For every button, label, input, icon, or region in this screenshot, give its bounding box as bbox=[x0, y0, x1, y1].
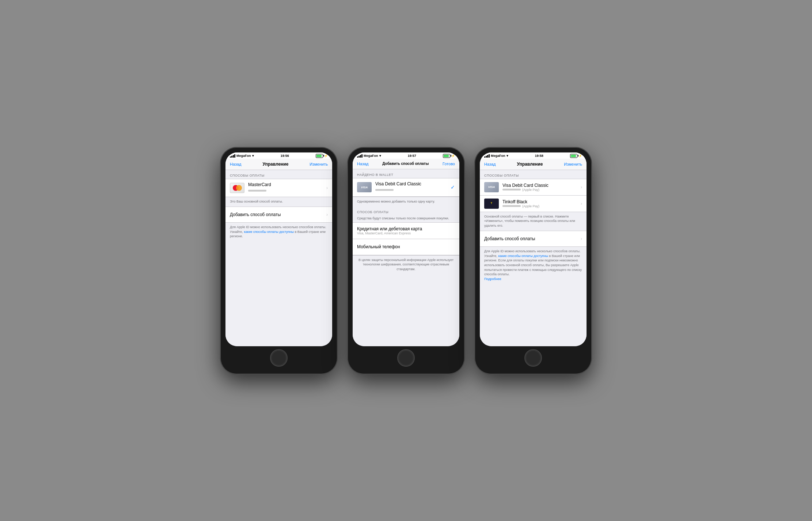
time-display-3: 19:58 bbox=[535, 154, 543, 158]
visa-apple-pay-sub: (Apple Pay) bbox=[522, 188, 539, 192]
home-button-2[interactable] bbox=[397, 349, 415, 367]
carrier-name: MegaFon bbox=[236, 154, 251, 158]
mc-orange-circle bbox=[236, 185, 242, 191]
content-3: СПОСОБЫ ОПЛАТЫ VISA Visa Debit Card Clas… bbox=[480, 170, 587, 346]
edit-button-3[interactable]: Изменить bbox=[564, 162, 582, 166]
battery-icon-3 bbox=[570, 154, 577, 158]
done-button-2[interactable]: Готово bbox=[443, 162, 455, 166]
checkmark-icon: ✓ bbox=[451, 184, 455, 190]
more-link-3[interactable]: Подробнее bbox=[484, 277, 501, 281]
mobile-phone-item[interactable]: Мобильный телефон bbox=[353, 239, 459, 255]
status-bar-1: MegaFon ▾ 19:56 ⚡ bbox=[225, 152, 332, 159]
payment-list-3: VISA Visa Debit Card Classic (Apple Pay)… bbox=[480, 179, 587, 212]
battery-icon bbox=[316, 154, 323, 158]
found-list: VISA Visa Debit Card Classic ✓ bbox=[353, 178, 459, 197]
status-left-3: MegaFon ▾ bbox=[484, 154, 508, 158]
one-at-time-hint: Одновременно можно добавить только одну … bbox=[353, 197, 459, 207]
battery-icon-2 bbox=[443, 154, 450, 158]
nav-bar-3: Назад Управление Изменить bbox=[480, 159, 587, 170]
phone-1: MegaFon ▾ 19:56 ⚡ Назад Управление Измен… bbox=[220, 147, 337, 374]
content-1: СПОСОБЫ ОПЛАТЫ MasterCard bbox=[225, 170, 332, 346]
chevron-icon-3a: › bbox=[581, 185, 582, 190]
wifi-icon-3: ▾ bbox=[506, 154, 508, 158]
security-note: В целях защиты персональной информации A… bbox=[353, 256, 459, 275]
payment-methods-list: Кредитная или дебетовая карта Visa, Mast… bbox=[353, 222, 459, 256]
mastercard-thumbnail bbox=[230, 183, 244, 193]
add-payment-button-3[interactable]: Добавить способ оплаты › bbox=[480, 231, 587, 247]
visa-text-3: Visa Debit Card Classic (Apple Pay) bbox=[502, 183, 578, 192]
phone-2-screen: MegaFon ▾ 19:57 ⚡ Назад Добавить способ … bbox=[353, 152, 459, 346]
visa-text: Visa Debit Card Classic bbox=[375, 181, 448, 193]
charge-icon-2: ⚡ bbox=[451, 154, 455, 158]
time-display-2: 19:57 bbox=[408, 154, 416, 158]
status-left-2: MegaFon ▾ bbox=[357, 154, 381, 158]
mastercard-item[interactable]: MasterCard › bbox=[225, 179, 332, 197]
chevron-icon-add-1: › bbox=[326, 212, 328, 217]
status-left-1: MegaFon ▾ bbox=[230, 154, 254, 158]
nav-title-3: Управление bbox=[517, 162, 543, 167]
status-bar-2: MegaFon ▾ 19:57 ⚡ bbox=[353, 152, 459, 159]
nav-title-1: Управление bbox=[262, 162, 288, 167]
back-button-1[interactable]: Назад bbox=[230, 162, 242, 166]
back-button-3[interactable]: Назад bbox=[484, 162, 496, 166]
signal-icon-2 bbox=[357, 154, 363, 158]
credit-card-item[interactable]: Кредитная или дебетовая карта Visa, Mast… bbox=[353, 223, 459, 239]
signal-icon bbox=[230, 154, 235, 158]
back-button-2[interactable]: Назад bbox=[357, 162, 369, 166]
phone-3-screen: MegaFon ▾ 19:58 ⚡ Назад Управление Измен… bbox=[480, 152, 587, 346]
payment-methods-header-3: СПОСОБЫ ОПЛАТЫ bbox=[480, 170, 587, 179]
available-methods-link-3[interactable]: какие способы оплаты доступны bbox=[498, 254, 548, 258]
chevron-icon-3b: › bbox=[581, 201, 582, 206]
chevron-icon-1: › bbox=[326, 185, 328, 190]
payment-method-header-2: СПОСОБ ОПЛАТЫ bbox=[353, 207, 459, 215]
masked-card-number-1 bbox=[248, 190, 266, 192]
phone-1-screen: MegaFon ▾ 19:56 ⚡ Назад Управление Измен… bbox=[225, 152, 332, 346]
nav-title-2: Добавить способ оплаты bbox=[382, 162, 429, 166]
wifi-icon: ▾ bbox=[252, 154, 254, 158]
visa-found-item[interactable]: VISA Visa Debit Card Classic ✓ bbox=[353, 178, 459, 197]
tinkoff-payment-item[interactable]: T Tinkoff Black (Apple Pay) › bbox=[480, 196, 587, 212]
visa-label: Visa Debit Card Classic bbox=[375, 181, 448, 186]
home-button-3[interactable] bbox=[524, 349, 542, 367]
add-payment-label-1: Добавить способ оплаты bbox=[230, 212, 281, 217]
add-payment-button-1[interactable]: Добавить способ оплаты › bbox=[225, 207, 332, 223]
status-bar-3: MegaFon ▾ 19:58 ⚡ bbox=[480, 152, 587, 159]
wifi-icon-2: ▾ bbox=[379, 154, 381, 158]
primary-payment-hint-1: Это Ваш основной способ оплаты. bbox=[225, 197, 332, 207]
carrier-name-3: MegaFon bbox=[491, 154, 505, 158]
tinkoff-apple-pay-sub: (Apple Pay) bbox=[522, 204, 539, 208]
visa-thumbnail: VISA bbox=[357, 182, 372, 192]
phone-3: MegaFon ▾ 19:58 ⚡ Назад Управление Измен… bbox=[475, 147, 592, 374]
primary-payment-hint-3: Основной способ оплаты — первый в списке… bbox=[480, 212, 587, 231]
payment-methods-header-1: СПОСОБЫ ОПЛАТЫ bbox=[225, 170, 332, 179]
nav-bar-1: Назад Управление Изменить bbox=[225, 159, 332, 170]
content-2: НАЙДЕНО В WALLET VISA Visa Debit Card Cl… bbox=[353, 169, 459, 346]
visa-payment-item[interactable]: VISA Visa Debit Card Classic (Apple Pay)… bbox=[480, 179, 587, 196]
home-button-1[interactable] bbox=[270, 349, 288, 367]
signal-icon-3 bbox=[484, 154, 490, 158]
credit-card-sub: Visa, MasterCard, American Express bbox=[357, 231, 455, 235]
masked-card-number-3b bbox=[502, 205, 521, 207]
carrier-name-2: MegaFon bbox=[364, 154, 378, 158]
status-right-1: ⚡ bbox=[316, 154, 328, 158]
visa-label-3: Visa Debit Card Classic bbox=[502, 183, 578, 188]
available-methods-link-1[interactable]: какие способы оплаты доступны bbox=[244, 230, 294, 234]
mastercard-logo bbox=[233, 185, 242, 191]
tinkoff-thumbnail: T bbox=[484, 199, 499, 209]
mastercard-label: MasterCard bbox=[248, 182, 324, 187]
time-display: 19:56 bbox=[281, 154, 289, 158]
masked-card-number-3a bbox=[502, 189, 521, 190]
visa-logo-3: VISA bbox=[488, 185, 495, 189]
edit-button-1[interactable]: Изменить bbox=[310, 162, 328, 166]
tinkoff-text: Tinkoff Black (Apple Pay) bbox=[502, 199, 578, 208]
charge-icon-3: ⚡ bbox=[578, 154, 582, 158]
add-payment-label-3: Добавить способ оплаты bbox=[484, 236, 535, 241]
payment-note: Средства будут списаны только после сове… bbox=[353, 215, 459, 222]
footer-text-3: Для Apple ID можно использовать нескольк… bbox=[480, 247, 587, 284]
mobile-phone-title: Мобильный телефон bbox=[357, 244, 455, 249]
visa-thumbnail-3: VISA bbox=[484, 182, 499, 192]
tinkoff-logo: T bbox=[491, 202, 492, 205]
credit-card-title: Кредитная или дебетовая карта bbox=[357, 226, 455, 231]
status-right-3: ⚡ bbox=[570, 154, 582, 158]
charge-icon: ⚡ bbox=[324, 154, 328, 158]
